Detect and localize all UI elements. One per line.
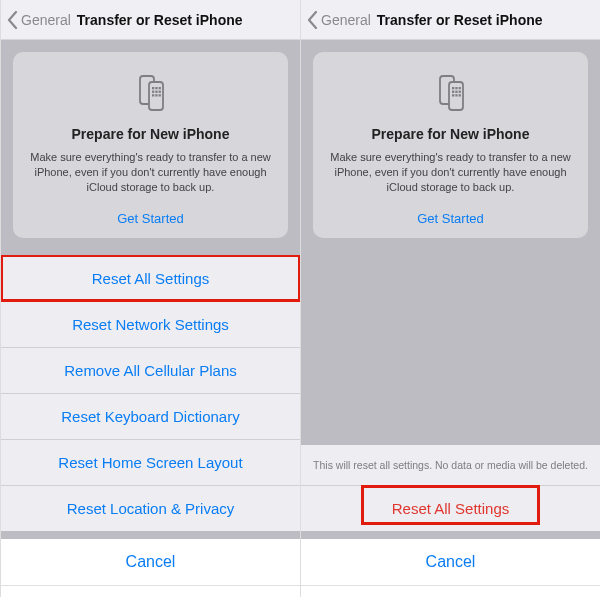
reset-sheet: Reset All Settings Reset Network Setting… [1,255,300,597]
highlight-annotation [361,485,540,525]
svg-rect-3 [155,87,157,89]
reset-network-settings-option[interactable]: Reset Network Settings [1,301,300,347]
prepare-card: Prepare for New iPhone Make sure everyth… [13,52,288,238]
back-button[interactable]: General [307,11,371,29]
svg-rect-9 [155,94,157,96]
chevron-left-icon [7,11,18,29]
page-title: Transfer or Reset iPhone [77,12,243,28]
reset-options-list: Reset All Settings Reset Network Setting… [1,255,300,531]
back-label: General [321,12,371,28]
svg-rect-15 [458,87,460,89]
remove-cellular-plans-option[interactable]: Remove All Cellular Plans [1,347,300,393]
get-started-button[interactable]: Get Started [23,211,278,226]
back-button[interactable]: General [7,11,71,29]
chevron-left-icon [307,11,318,29]
svg-rect-7 [158,91,160,93]
svg-rect-13 [452,87,454,89]
nav-bar: General Transfer or Reset iPhone [301,0,600,40]
two-phones-icon [323,70,578,116]
svg-rect-19 [452,94,454,96]
cancel-button[interactable]: Cancel [301,539,600,585]
right-screenshot: General Transfer or Reset iPhone Prepare… [300,0,600,597]
reset-home-screen-option[interactable]: Reset Home Screen Layout [1,439,300,485]
back-label: General [21,12,71,28]
prepare-card: Prepare for New iPhone Make sure everyth… [313,52,588,238]
svg-rect-16 [452,91,454,93]
svg-rect-5 [152,91,154,93]
svg-rect-10 [158,94,160,96]
svg-rect-20 [455,94,457,96]
cancel-button[interactable]: Cancel [1,539,300,585]
card-description: Make sure everything's ready to transfer… [323,150,578,195]
svg-rect-8 [152,94,154,96]
confirm-message: This will reset all settings. No data or… [301,445,600,485]
truncated-row [301,585,600,597]
card-heading: Prepare for New iPhone [23,126,278,142]
reset-all-settings-option[interactable]: Reset All Settings [1,255,300,301]
svg-rect-17 [455,91,457,93]
get-started-button[interactable]: Get Started [323,211,578,226]
reset-keyboard-dictionary-option[interactable]: Reset Keyboard Dictionary [1,393,300,439]
svg-rect-4 [158,87,160,89]
svg-rect-14 [455,87,457,89]
svg-rect-2 [152,87,154,89]
reset-location-privacy-option[interactable]: Reset Location & Privacy [1,485,300,531]
svg-rect-21 [458,94,460,96]
page-title: Transfer or Reset iPhone [377,12,543,28]
two-phones-icon [23,70,278,116]
card-heading: Prepare for New iPhone [323,126,578,142]
svg-rect-6 [155,91,157,93]
truncated-row [1,585,300,597]
card-description: Make sure everything's ready to transfer… [23,150,278,195]
left-screenshot: General Transfer or Reset iPhone Prepare… [0,0,300,597]
nav-bar: General Transfer or Reset iPhone [1,0,300,40]
svg-rect-18 [458,91,460,93]
